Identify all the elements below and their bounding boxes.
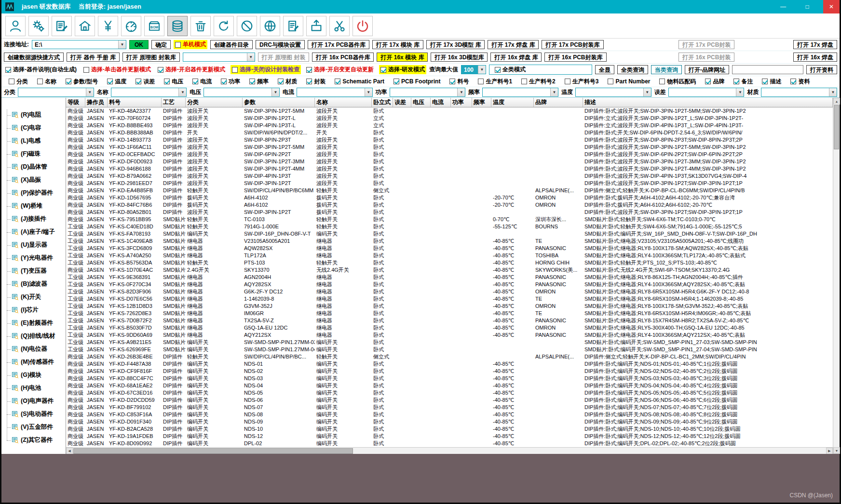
filter-col-生产料号2[interactable]: 生产料号2 (520, 77, 557, 86)
filter-col-料号[interactable]: 料号 (448, 77, 470, 86)
checkbox-box[interactable] (393, 79, 399, 84)
filter-col-Schematic Part[interactable]: Schematic Part (333, 78, 386, 85)
table-row[interactable]: 工业级JASENYF-KS-9E368391SMD贴片继电器AGN2004H继电… (66, 274, 833, 281)
option-disable-footprint-check-checkbox[interactable]: 选择-关闭设计封装检查 (231, 65, 301, 74)
checkbox-box[interactable] (175, 42, 181, 48)
table-row[interactable]: 工业级JASENYF-KS-A740A250SMD贴片继电器TLP172A继电器… (66, 252, 833, 259)
table-row[interactable]: 商业级JASENYF-KD-88CC4F7CDIP插件编码开关NDS-03编码开… (66, 375, 833, 382)
option-auto-description-checkbox[interactable]: 选择-器件说明(自动生成) (4, 65, 78, 74)
table-row[interactable]: 商业级JASENYF-KD-1F66AC11DIP插件波段开关SW-DIP-3P… (66, 144, 833, 151)
all-class-mode-checkbox[interactable]: 全类模式 (493, 65, 527, 74)
scroll-up-icon[interactable]: ▲ (833, 98, 840, 105)
table-row[interactable]: 工业级JASENYF-KS-C40ED18DSMD贴片轻触开关7914G-1-0… (66, 223, 833, 230)
scroll-down-icon[interactable]: ▼ (833, 447, 840, 454)
toolbar-button-ban[interactable] (237, 16, 257, 36)
table-row[interactable]: 工业级JASENYF-KS-9DD60A69SMD贴片继电器AQY212SX继电… (66, 332, 833, 339)
filter-col-生产料号1[interactable]: 生产料号1 (476, 77, 514, 86)
checkbox-box[interactable] (9, 79, 14, 84)
checkbox-box[interactable] (5, 67, 11, 73)
table-row[interactable]: 工业级JASENYF-KS-7D0B72F2SMD贴片继电器TX2SA-5V-Z… (66, 317, 833, 324)
sidebar-item-J[interactable]: (J)接插件 (1, 212, 66, 225)
column-header-操作员[interactable]: 操作员 (85, 98, 108, 107)
table-row[interactable]: 商业级JASENYF-KD-EA4B85FBDIP插件轻触开关SW/DIP/CL… (66, 187, 833, 194)
chevron-down-icon[interactable]: ▼ (643, 88, 651, 96)
checkbox-box[interactable] (83, 67, 89, 73)
column-header-品牌[interactable]: 品牌 (534, 98, 583, 107)
open-16x-pad-button[interactable]: 打开 16x 焊盘 (793, 53, 837, 62)
sidebar-item-P[interactable]: (P)保护器件 (1, 186, 66, 199)
table-row[interactable]: 商业级JASENYF-KD-CF9F816FDIP插件编码开关NDS-02编码开… (66, 368, 833, 375)
create-component-directory-button[interactable]: 创建器件目录 (210, 40, 253, 49)
sidebar-item-Q[interactable]: (Q)排线/线材 (1, 330, 66, 343)
table-row[interactable]: 商业级JASENYF-KD-DF0D0923DIP插件波段开关SW-DIP-3P… (66, 158, 833, 165)
open-16x-pad-lib-button[interactable]: 打开 16x 焊盘 库 (490, 53, 542, 62)
checkbox-box[interactable] (107, 79, 113, 84)
filter-dropdown-材质[interactable]: ▼ (761, 88, 837, 97)
filter-dropdown-分类[interactable]: ▼ (18, 88, 94, 97)
sidebar-item-B[interactable]: (B)滤波器 (1, 278, 66, 291)
checkbox-box[interactable] (66, 79, 71, 84)
filter-col-材质[interactable]: 材质 (276, 77, 298, 86)
scroll-left-icon[interactable]: ◀ (66, 448, 73, 454)
column-header-电流[interactable]: 电流 (431, 98, 451, 107)
scrollbar-thumb[interactable] (834, 105, 839, 149)
filter-col-物料匹配码[interactable]: 物料匹配码 (658, 77, 697, 86)
sidebar-item-Y[interactable]: (Y)光电器件 (1, 252, 66, 265)
open-17x-module-lib-button[interactable]: 打开 17x 模块 库 (372, 40, 423, 49)
sidebar-item-O[interactable]: (O)电声器件 (1, 395, 66, 408)
toolbar-button-database[interactable] (167, 16, 188, 36)
create-datasource-shortcut-button[interactable]: 创建数据源快捷方式 (4, 53, 64, 62)
ok-button[interactable]: OK (129, 40, 149, 49)
filter-col-Part Number[interactable]: Part Number (606, 78, 651, 85)
sidebar-item-I[interactable]: (I)芯片 (1, 304, 66, 317)
table-row[interactable]: 工业级JASENYF-KS-82D3F906SMD贴片继电器G6K-2F-Y D… (66, 288, 833, 295)
filter-dropdown-温度[interactable]: ▼ (575, 88, 651, 97)
checkbox-box[interactable] (232, 67, 238, 73)
table-row[interactable]: 商业级JASENYF-KD-2981EED7DIP插件波段开关SW-DIP-3P… (66, 180, 833, 187)
column-header-名称[interactable]: 名称 (315, 98, 372, 107)
chevron-down-icon[interactable]: ▼ (271, 88, 279, 96)
table-row[interactable]: 商业级JASENYF-KD-84FC76B6DIP插件拨码开关A6H-6102拨… (66, 201, 833, 209)
query-current-class-button[interactable]: 当类查询 (651, 65, 682, 74)
column-header-描述[interactable]: 描述 (583, 98, 833, 107)
close-button[interactable]: ✕ (823, 0, 840, 13)
checkbox-box[interactable] (158, 67, 163, 73)
table-row[interactable]: 商业级JASENYF-KD-8D09D992DIP插件编码开关DPL-02编码开… (66, 440, 833, 447)
maximize-button[interactable]: □ (799, 0, 815, 13)
checkbox-box[interactable] (249, 79, 255, 84)
toolbar-button-edit[interactable] (52, 16, 72, 36)
table-row[interactable]: 商业级JASENYF-KD-BBB388ABDIP插件开关SW/DIP/W/6P… (66, 129, 833, 136)
checkbox-box[interactable] (521, 79, 527, 84)
table-row[interactable]: 商业级JASENYF-KD-B2ACA528DIP插件编码开关NDS-10编码开… (66, 425, 833, 433)
table-row[interactable]: 商业级JASENYF-KD-D2DCDD59DIP插件编码开关NDS-06编码开… (66, 397, 833, 404)
chevron-down-icon[interactable]: ▼ (829, 88, 837, 96)
toolbar-button-export[interactable] (306, 16, 326, 36)
filter-col-资料[interactable]: 资料 (789, 77, 811, 86)
filter-col-误差[interactable]: 误差 (134, 77, 156, 86)
open-16x-pcb-footprint-lib-button[interactable]: 打开 16x PCB封装库 (544, 53, 606, 62)
column-header-功率[interactable]: 功率 (451, 98, 472, 107)
open-17x-pcb-component-lib-button[interactable]: 打开 17x PCB器件库 (308, 40, 369, 49)
open-17x-pcb-footprint-lib-button[interactable]: 打开 17x PCB封装库 (542, 40, 603, 49)
table-row[interactable]: 商业级JASENYF-KD-48A23377DIP插件波段开关SW-DIP-3P… (66, 107, 833, 115)
schematic-symbol-combo[interactable]: ▼ (183, 53, 255, 62)
show-all-button[interactable]: 全显 (595, 65, 614, 74)
table-row[interactable]: 工业级JASENYF-KS-626969FESMD贴片编码开关SW-SMD-SM… (66, 346, 833, 353)
option-enable-update-mode-checkbox[interactable]: 选择-开启器件更新模式 (156, 65, 227, 74)
table-row[interactable]: 商业级JASENYF-KD-BF799102DIP插件编码开关NDS-07编码开… (66, 404, 833, 411)
scroll-right-icon[interactable]: ▶ (826, 448, 833, 454)
checkbox-box[interactable] (790, 79, 796, 84)
checkbox-box[interactable] (705, 79, 711, 84)
open-17x-pad-button[interactable]: 打开 17x 焊盘 (793, 40, 837, 49)
sidebar-item-R[interactable]: (R)电阻 (1, 108, 66, 121)
filter-dropdown-电压[interactable]: ▼ (203, 88, 280, 97)
checkbox-box[interactable] (306, 67, 312, 73)
filter-dropdown-电流[interactable]: ▼ (297, 88, 373, 97)
brand-url-input[interactable] (732, 65, 803, 74)
query-all-class-button[interactable]: 全类查询 (617, 65, 648, 74)
filter-col-生产料号3[interactable]: 生产料号3 (563, 77, 600, 86)
checkbox-box[interactable] (306, 79, 312, 84)
checkbox-box[interactable] (335, 79, 340, 84)
sidebar-item-D[interactable]: (D)晶体管 (1, 160, 66, 173)
chevron-down-icon[interactable]: ▼ (247, 53, 255, 61)
